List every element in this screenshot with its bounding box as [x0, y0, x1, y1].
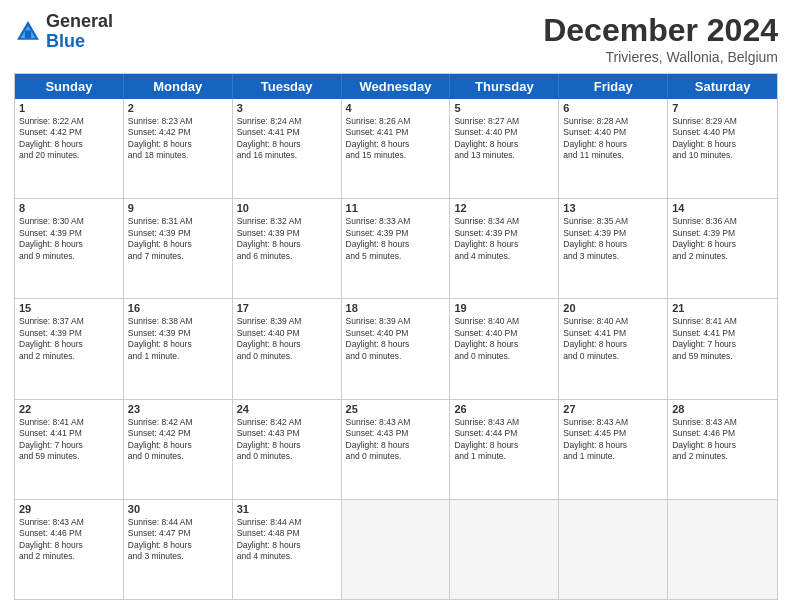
- calendar-cell: 2Sunrise: 8:23 AMSunset: 4:42 PMDaylight…: [124, 99, 233, 198]
- calendar-cell: 17Sunrise: 8:39 AMSunset: 4:40 PMDayligh…: [233, 299, 342, 398]
- calendar-cell: 16Sunrise: 8:38 AMSunset: 4:39 PMDayligh…: [124, 299, 233, 398]
- calendar-cell: 6Sunrise: 8:28 AMSunset: 4:40 PMDaylight…: [559, 99, 668, 198]
- cell-line: Sunset: 4:39 PM: [128, 328, 228, 339]
- calendar-cell: 21Sunrise: 8:41 AMSunset: 4:41 PMDayligh…: [668, 299, 777, 398]
- day-number: 14: [672, 202, 773, 214]
- day-number: 7: [672, 102, 773, 114]
- cell-line: Daylight: 8 hours: [454, 339, 554, 350]
- cell-line: and 10 minutes.: [672, 150, 773, 161]
- cell-line: Daylight: 8 hours: [237, 440, 337, 451]
- cell-line: Daylight: 8 hours: [346, 440, 446, 451]
- cell-line: and 13 minutes.: [454, 150, 554, 161]
- cell-line: Daylight: 8 hours: [672, 139, 773, 150]
- calendar: SundayMondayTuesdayWednesdayThursdayFrid…: [14, 73, 778, 600]
- calendar-cell: 7Sunrise: 8:29 AMSunset: 4:40 PMDaylight…: [668, 99, 777, 198]
- logo-text: General Blue: [46, 12, 113, 52]
- day-number: 4: [346, 102, 446, 114]
- cell-line: Sunrise: 8:43 AM: [563, 417, 663, 428]
- day-number: 1: [19, 102, 119, 114]
- cell-line: Daylight: 8 hours: [454, 139, 554, 150]
- cell-line: Sunset: 4:41 PM: [672, 328, 773, 339]
- cell-line: and 11 minutes.: [563, 150, 663, 161]
- logo-general: General: [46, 11, 113, 31]
- header-day-monday: Monday: [124, 74, 233, 99]
- day-number: 24: [237, 403, 337, 415]
- calendar-cell: 18Sunrise: 8:39 AMSunset: 4:40 PMDayligh…: [342, 299, 451, 398]
- cell-line: Daylight: 8 hours: [672, 239, 773, 250]
- day-number: 13: [563, 202, 663, 214]
- page: General Blue December 2024 Trivieres, Wa…: [0, 0, 792, 612]
- svg-rect-2: [25, 30, 31, 38]
- cell-line: Sunrise: 8:33 AM: [346, 216, 446, 227]
- cell-line: Daylight: 8 hours: [563, 239, 663, 250]
- cell-line: and 6 minutes.: [237, 251, 337, 262]
- day-number: 22: [19, 403, 119, 415]
- day-number: 12: [454, 202, 554, 214]
- day-number: 6: [563, 102, 663, 114]
- day-number: 21: [672, 302, 773, 314]
- day-number: 10: [237, 202, 337, 214]
- cell-line: Daylight: 8 hours: [454, 239, 554, 250]
- day-number: 3: [237, 102, 337, 114]
- calendar-cell: 8Sunrise: 8:30 AMSunset: 4:39 PMDaylight…: [15, 199, 124, 298]
- cell-line: Daylight: 8 hours: [19, 239, 119, 250]
- cell-line: Sunrise: 8:40 AM: [563, 316, 663, 327]
- cell-line: and 2 minutes.: [672, 451, 773, 462]
- day-number: 2: [128, 102, 228, 114]
- calendar-cell: 19Sunrise: 8:40 AMSunset: 4:40 PMDayligh…: [450, 299, 559, 398]
- day-number: 23: [128, 403, 228, 415]
- header: General Blue December 2024 Trivieres, Wa…: [14, 12, 778, 65]
- cell-line: Sunset: 4:44 PM: [454, 428, 554, 439]
- cell-line: Daylight: 8 hours: [346, 139, 446, 150]
- cell-line: and 3 minutes.: [563, 251, 663, 262]
- cell-line: and 0 minutes.: [454, 351, 554, 362]
- cell-line: and 0 minutes.: [346, 351, 446, 362]
- cell-line: Sunrise: 8:39 AM: [346, 316, 446, 327]
- cell-line: Sunrise: 8:35 AM: [563, 216, 663, 227]
- cell-line: Sunrise: 8:40 AM: [454, 316, 554, 327]
- cell-line: Daylight: 8 hours: [563, 139, 663, 150]
- day-number: 18: [346, 302, 446, 314]
- cell-line: Daylight: 8 hours: [237, 339, 337, 350]
- cell-line: and 7 minutes.: [128, 251, 228, 262]
- calendar-cell: 3Sunrise: 8:24 AMSunset: 4:41 PMDaylight…: [233, 99, 342, 198]
- cell-line: Sunset: 4:40 PM: [563, 127, 663, 138]
- header-day-wednesday: Wednesday: [342, 74, 451, 99]
- logo-blue: Blue: [46, 31, 85, 51]
- cell-line: Sunrise: 8:30 AM: [19, 216, 119, 227]
- cell-line: and 2 minutes.: [672, 251, 773, 262]
- calendar-row-3: 15Sunrise: 8:37 AMSunset: 4:39 PMDayligh…: [15, 299, 777, 399]
- cell-line: Sunset: 4:40 PM: [454, 127, 554, 138]
- cell-line: Sunrise: 8:42 AM: [237, 417, 337, 428]
- logo: General Blue: [14, 12, 113, 52]
- cell-line: Sunset: 4:41 PM: [19, 428, 119, 439]
- day-number: 9: [128, 202, 228, 214]
- cell-line: Sunrise: 8:24 AM: [237, 116, 337, 127]
- cell-line: Sunrise: 8:43 AM: [19, 517, 119, 528]
- cell-line: Daylight: 8 hours: [237, 139, 337, 150]
- cell-line: Daylight: 8 hours: [346, 239, 446, 250]
- cell-line: Sunrise: 8:26 AM: [346, 116, 446, 127]
- calendar-cell: 1Sunrise: 8:22 AMSunset: 4:42 PMDaylight…: [15, 99, 124, 198]
- cell-line: Daylight: 8 hours: [128, 339, 228, 350]
- cell-line: Daylight: 8 hours: [237, 540, 337, 551]
- calendar-cell: 11Sunrise: 8:33 AMSunset: 4:39 PMDayligh…: [342, 199, 451, 298]
- cell-line: and 0 minutes.: [237, 351, 337, 362]
- cell-line: Daylight: 7 hours: [19, 440, 119, 451]
- day-number: 5: [454, 102, 554, 114]
- cell-line: Sunset: 4:39 PM: [128, 228, 228, 239]
- cell-line: and 4 minutes.: [454, 251, 554, 262]
- calendar-cell: 22Sunrise: 8:41 AMSunset: 4:41 PMDayligh…: [15, 400, 124, 499]
- calendar-cell: 20Sunrise: 8:40 AMSunset: 4:41 PMDayligh…: [559, 299, 668, 398]
- cell-line: Sunset: 4:42 PM: [128, 127, 228, 138]
- cell-line: Sunset: 4:43 PM: [237, 428, 337, 439]
- cell-line: Sunrise: 8:23 AM: [128, 116, 228, 127]
- cell-line: Sunset: 4:42 PM: [128, 428, 228, 439]
- cell-line: Sunset: 4:46 PM: [19, 528, 119, 539]
- cell-line: Sunset: 4:46 PM: [672, 428, 773, 439]
- calendar-cell: 23Sunrise: 8:42 AMSunset: 4:42 PMDayligh…: [124, 400, 233, 499]
- calendar-cell: 4Sunrise: 8:26 AMSunset: 4:41 PMDaylight…: [342, 99, 451, 198]
- cell-line: Sunset: 4:41 PM: [563, 328, 663, 339]
- cell-line: Sunset: 4:41 PM: [237, 127, 337, 138]
- day-number: 16: [128, 302, 228, 314]
